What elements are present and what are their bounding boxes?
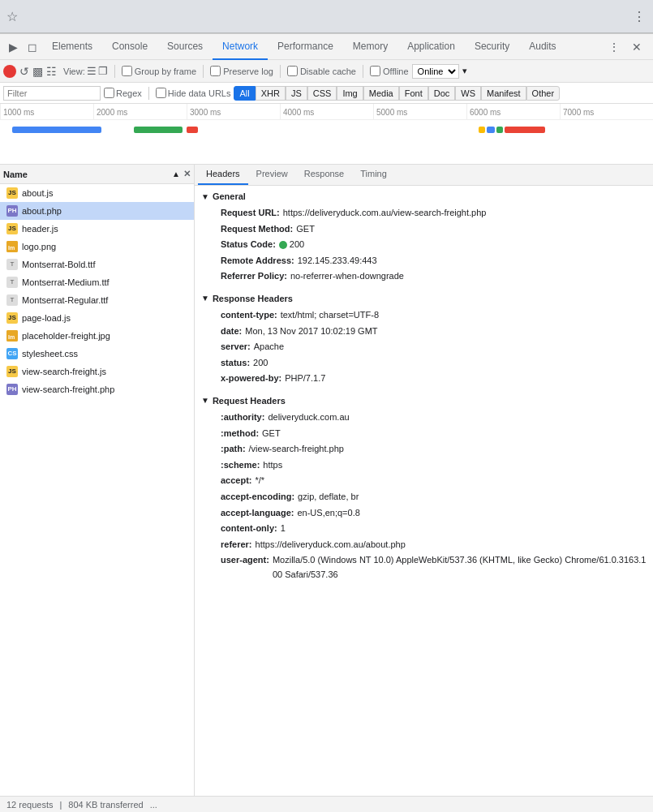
filter-input[interactable] xyxy=(3,86,101,101)
requests-count: 12 requests xyxy=(6,800,53,810)
filter-type-btn-media[interactable]: Media xyxy=(363,86,399,101)
file-item[interactable]: Implaceholder-freight.jpg xyxy=(0,327,194,345)
header-key: :method: xyxy=(221,427,259,441)
disable-cache-checkbox[interactable]: Disable cache xyxy=(287,66,356,76)
timeline-bar-6 xyxy=(496,127,503,133)
filter-type-btn-ws[interactable]: WS xyxy=(455,86,481,101)
devtools-tab-audits[interactable]: Audits xyxy=(519,34,565,60)
filter-type-btn-font[interactable]: Font xyxy=(399,86,428,101)
file-item[interactable]: JSheader.js xyxy=(0,220,194,238)
general-section-header[interactable]: ▼ General xyxy=(195,189,653,204)
file-item[interactable]: JSabout.js xyxy=(0,184,194,202)
devtools-tab-application[interactable]: Application xyxy=(397,34,465,60)
header-row: accept-encoding:gzip, deflate, br xyxy=(214,489,653,505)
view-grid-icon[interactable]: ❐ xyxy=(98,65,108,77)
devtools-tab-network[interactable]: Network xyxy=(213,34,268,60)
devtools-tab-memory[interactable]: Memory xyxy=(343,34,397,60)
header-value: deliveryduck.com.au xyxy=(268,410,349,425)
status-dot-icon xyxy=(279,241,287,249)
header-value: en-US,en;q=0.8 xyxy=(297,506,359,521)
devtools-close-icon[interactable]: ✕ xyxy=(627,37,647,57)
file-item[interactable]: Imlogo.png xyxy=(0,238,194,256)
devtools-tab-elements[interactable]: Elements xyxy=(42,34,102,60)
throttle-select[interactable]: Online xyxy=(412,64,459,79)
filter-type-btn-doc[interactable]: Doc xyxy=(428,86,456,101)
devtools-tab-bar: ▶ ◻ ElementsConsoleSourcesNetworkPerform… xyxy=(0,34,653,60)
header-value: 200 xyxy=(253,356,268,371)
svg-text:Im: Im xyxy=(8,334,15,340)
devtools-more-icon[interactable]: ⋮ xyxy=(604,37,624,57)
file-icon-php: PH xyxy=(6,205,18,217)
devtools-device-icon[interactable]: ◻ xyxy=(23,37,42,57)
file-list-pane: Name ▲ ✕ JSabout.jsPHabout.phpJSheader.j… xyxy=(0,165,195,796)
filter-type-buttons: AllXHRJSCSSImgMediaFontDocWSManifestOthe… xyxy=(234,86,560,101)
filter-type-btn-img[interactable]: Img xyxy=(337,86,363,101)
file-list-header-name: Name xyxy=(3,170,172,179)
header-row: :authority:deliveryduck.com.au xyxy=(214,410,653,426)
screenshot-button[interactable]: ▩ xyxy=(32,65,43,78)
devtools-tab-security[interactable]: Security xyxy=(465,34,519,60)
timeline-bar-7 xyxy=(505,127,545,133)
header-row: :method:GET xyxy=(214,426,653,442)
request-headers-section: ▼ Request Headers :authority:deliveryduc… xyxy=(195,393,653,586)
detail-tab-timing[interactable]: Timing xyxy=(352,165,395,185)
regex-checkbox[interactable]: Regex xyxy=(104,88,142,98)
toolbar-separator-3 xyxy=(280,65,281,78)
file-item[interactable]: PHabout.php xyxy=(0,202,194,220)
file-name: about.php xyxy=(22,206,62,216)
detail-tab-headers[interactable]: Headers xyxy=(198,165,248,185)
throttle-arrow-icon[interactable]: ▾ xyxy=(462,66,467,76)
filter-type-btn-other[interactable]: Other xyxy=(526,86,561,101)
devtools-tabs: ElementsConsoleSourcesNetworkPerformance… xyxy=(42,34,566,60)
three-dots-icon[interactable]: ⋮ xyxy=(633,9,647,24)
file-item[interactable]: TMontserrat-Medium.ttf xyxy=(0,273,194,291)
filter-type-btn-all[interactable]: All xyxy=(234,86,255,101)
filter-type-btn-js[interactable]: JS xyxy=(286,86,307,101)
header-key: server: xyxy=(221,340,251,354)
file-item[interactable]: TMontserrat-Regular.ttf xyxy=(0,291,194,309)
header-key: Referrer Policy: xyxy=(221,269,287,284)
group-by-frame-checkbox[interactable]: Group by frame xyxy=(122,66,196,76)
devtools-panel: ▶ ◻ ElementsConsoleSourcesNetworkPerform… xyxy=(0,33,653,812)
file-item[interactable]: JSpage-load.js xyxy=(0,309,194,327)
header-value: Mozilla/5.0 (Windows NT 10.0) AppleWebKi… xyxy=(273,553,647,582)
hide-data-urls-checkbox[interactable]: Hide data URLs xyxy=(156,88,231,98)
file-item[interactable]: PHview-search-freight.php xyxy=(0,380,194,398)
devtools-tab-sources[interactable]: Sources xyxy=(157,34,213,60)
file-item[interactable]: JSview-search-freight.js xyxy=(0,363,194,380)
header-key: x-powered-by: xyxy=(221,372,281,386)
response-headers-section-header[interactable]: ▼ Response Headers xyxy=(195,291,653,306)
detail-tab-preview[interactable]: Preview xyxy=(248,165,296,185)
fav-star-icon: ☆ xyxy=(6,9,18,24)
header-key: Request URL: xyxy=(221,206,280,221)
sort-icon[interactable]: ▲ xyxy=(172,170,180,178)
filter-type-btn-css[interactable]: CSS xyxy=(307,86,337,101)
detail-tab-response[interactable]: Response xyxy=(296,165,353,185)
devtools-tab-console[interactable]: Console xyxy=(102,34,157,60)
file-item[interactable]: CSstylesheet.css xyxy=(0,345,194,363)
record-button[interactable] xyxy=(3,65,16,78)
devtools-tab-performance[interactable]: Performance xyxy=(268,34,343,60)
timeline-tick: 7000 ms xyxy=(560,104,653,120)
header-value: Mon, 13 Nov 2017 10:02:19 GMT xyxy=(245,324,377,339)
preserve-log-checkbox[interactable]: Preserve log xyxy=(210,66,273,76)
header-key: accept-encoding: xyxy=(221,490,294,505)
file-icon-js: JS xyxy=(6,312,18,324)
filter-toggle-button[interactable]: ☷ xyxy=(46,65,57,78)
header-value: 1 xyxy=(281,522,286,536)
header-row: accept-language:en-US,en;q=0.8 xyxy=(214,505,653,522)
header-value: GET xyxy=(296,222,315,237)
refresh-button[interactable]: ↺ xyxy=(19,65,29,78)
request-headers-section-header[interactable]: ▼ Request Headers xyxy=(195,393,653,408)
file-item[interactable]: TMontserrat-Bold.ttf xyxy=(0,256,194,273)
filter-type-btn-xhr[interactable]: XHR xyxy=(256,86,286,101)
offline-checkbox[interactable]: Offline xyxy=(370,66,409,76)
view-list-icon[interactable]: ☰ xyxy=(87,65,97,77)
devtools-inspect-icon[interactable]: ▶ xyxy=(3,37,23,57)
close-pane-icon[interactable]: ✕ xyxy=(183,169,191,179)
header-row: status:200 xyxy=(214,355,653,372)
detail-pane: HeadersPreviewResponseTiming ▼ General R… xyxy=(195,165,653,796)
filter-type-btn-manifest[interactable]: Manifest xyxy=(481,86,526,101)
view-toggle: View: ☰ ❐ xyxy=(63,65,108,77)
header-value: PHP/7.1.7 xyxy=(285,372,325,386)
